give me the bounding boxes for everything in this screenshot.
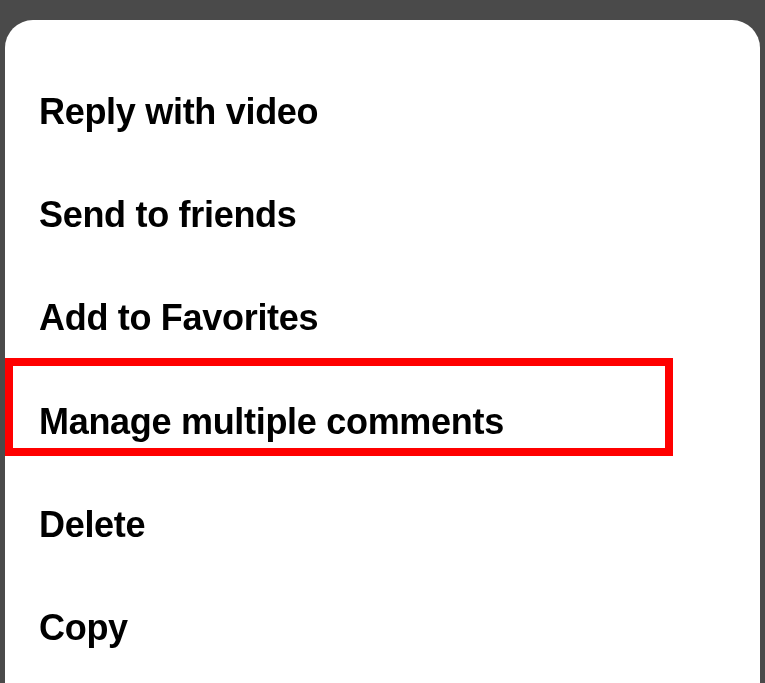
menu-item-manage-multiple-comments[interactable]: Manage multiple comments	[5, 370, 760, 473]
menu-item-reply-with-video[interactable]: Reply with video	[5, 60, 760, 163]
menu-item-delete[interactable]: Delete	[5, 473, 760, 576]
menu-item-copy[interactable]: Copy	[5, 576, 760, 679]
action-sheet: Reply with video Send to friends Add to …	[5, 20, 760, 683]
menu-item-add-to-favorites[interactable]: Add to Favorites	[5, 266, 760, 369]
menu-item-send-to-friends[interactable]: Send to friends	[5, 163, 760, 266]
